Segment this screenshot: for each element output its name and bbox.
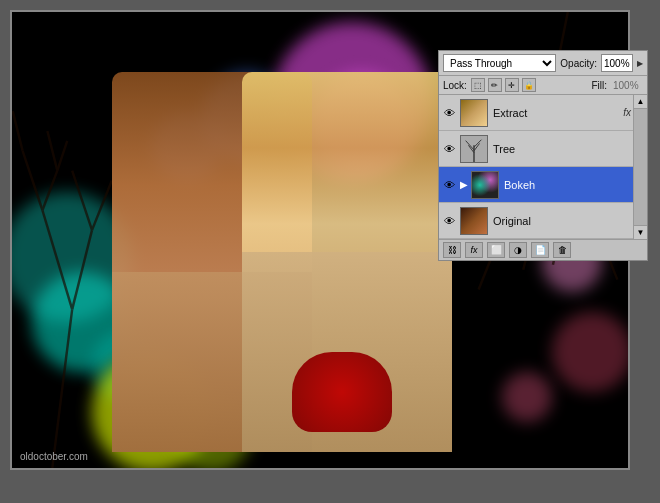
main-container: oldoctober.com Pass Through Opacity: ▶ L…	[0, 0, 660, 503]
svg-line-9	[57, 141, 67, 171]
layer-name-bokeh: Bokeh	[502, 179, 631, 191]
visibility-eye-tree[interactable]: 👁	[441, 141, 457, 157]
lock-fill-bar: Lock: ⬚ ✏ ✛ 🔒 Fill: 100%	[439, 76, 647, 95]
svg-line-4	[42, 171, 57, 211]
svg-line-7	[13, 111, 23, 151]
svg-line-6	[92, 181, 112, 231]
blend-mode-select[interactable]: Pass Through	[443, 54, 556, 72]
layers-scrollbar[interactable]: ▲ ▼	[633, 95, 647, 239]
lock-position-icon[interactable]: ✛	[505, 78, 519, 92]
scroll-track	[634, 109, 647, 225]
new-fill-layer-button[interactable]: ◑	[509, 242, 527, 258]
delete-layer-button[interactable]: 🗑	[553, 242, 571, 258]
svg-line-3	[23, 151, 43, 210]
visibility-eye-bokeh[interactable]: 👁	[441, 177, 457, 193]
fill-label: Fill:	[591, 80, 607, 91]
opacity-input[interactable]	[601, 54, 633, 72]
layer-name-tree: Tree	[491, 143, 631, 155]
opacity-arrow-icon[interactable]: ▶	[637, 59, 643, 68]
visibility-eye-original[interactable]: 👁	[441, 213, 457, 229]
scroll-up-button[interactable]: ▲	[634, 95, 647, 109]
fx-button[interactable]: fx	[465, 242, 483, 258]
layers-bottom-toolbar: ⛓ fx ⬜ ◑ 📄 🗑	[439, 239, 647, 260]
visibility-eye-extract[interactable]: 👁	[441, 105, 457, 121]
lock-label: Lock:	[443, 80, 467, 91]
svg-line-1	[42, 210, 72, 309]
svg-line-0	[52, 309, 72, 468]
lock-image-icon[interactable]: ✏	[488, 78, 502, 92]
people-photo	[112, 72, 452, 452]
layer-row-extract[interactable]: 👁 Extract fx	[439, 95, 633, 131]
svg-line-8	[47, 131, 57, 171]
watermark: oldoctober.com	[20, 451, 88, 462]
layer-thumbnail-bokeh	[471, 171, 499, 199]
scroll-down-button[interactable]: ▼	[634, 225, 647, 239]
layer-row-original[interactable]: 👁 Original	[439, 203, 633, 239]
svg-line-5	[72, 171, 92, 230]
add-mask-button[interactable]: ⬜	[487, 242, 505, 258]
fx-badge-extract: fx	[623, 107, 631, 118]
lock-icons-group: ⬚ ✏ ✛ 🔒	[471, 78, 536, 92]
layer-name-extract: Extract	[491, 107, 620, 119]
layers-list: 👁 Extract fx 👁	[439, 95, 633, 239]
blend-opacity-bar: Pass Through Opacity: ▶	[439, 51, 647, 76]
layer-pointer-bokeh: ▶	[460, 179, 468, 190]
layers-panel: Pass Through Opacity: ▶ Lock: ⬚ ✏ ✛ 🔒 Fi…	[438, 50, 648, 261]
layer-row-bokeh[interactable]: 👁 ▶ Bokeh	[439, 167, 633, 203]
opacity-label: Opacity:	[560, 58, 597, 69]
layer-thumbnail-original	[460, 207, 488, 235]
layer-name-original: Original	[491, 215, 631, 227]
link-layers-button[interactable]: ⛓	[443, 242, 461, 258]
lock-transparent-icon[interactable]: ⬚	[471, 78, 485, 92]
lock-all-icon[interactable]: 🔒	[522, 78, 536, 92]
layer-thumbnail-tree	[460, 135, 488, 163]
layer-row-tree[interactable]: 👁 Tree	[439, 131, 633, 167]
svg-line-2	[72, 230, 92, 309]
layer-thumbnail-extract	[460, 99, 488, 127]
fill-value: 100%	[611, 80, 643, 91]
new-layer-button[interactable]: 📄	[531, 242, 549, 258]
